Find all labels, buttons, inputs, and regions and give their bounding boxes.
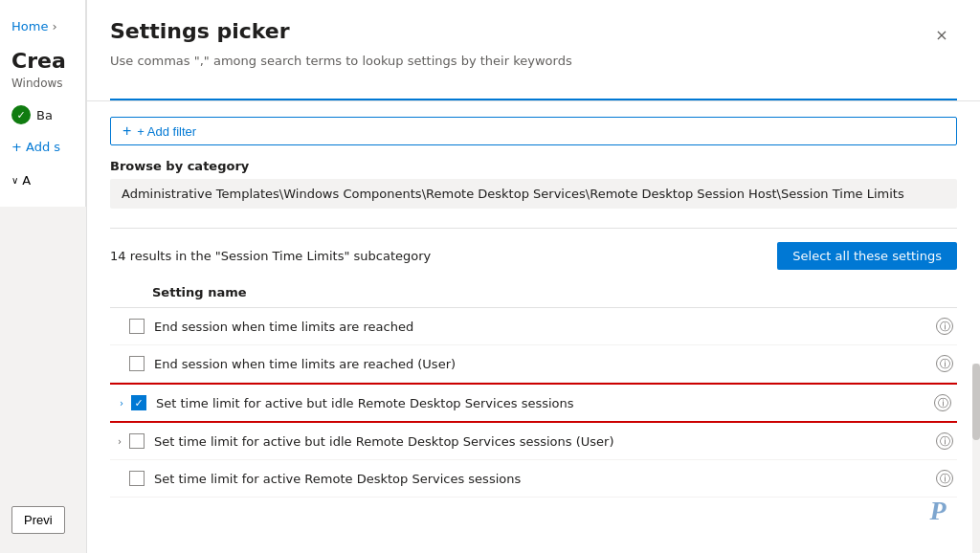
- settings-table: Setting name › End session when time lim…: [110, 281, 957, 538]
- left-section-header: ∨ A: [0, 162, 85, 195]
- modal-header: Settings picker × Use commas "," among s…: [87, 0, 980, 101]
- row-expand-icon[interactable]: ›: [110, 436, 129, 447]
- section-label: A: [22, 173, 31, 188]
- step-label: Ba: [36, 108, 53, 122]
- info-icon[interactable]: ⓘ: [934, 394, 951, 411]
- logo-text: P: [929, 496, 946, 526]
- setting-name: End session when time limits are reached: [154, 320, 936, 334]
- row-checkbox[interactable]: [129, 471, 145, 486]
- setting-name: Set time limit for active but idle Remot…: [156, 396, 934, 410]
- plus-icon: +: [122, 122, 131, 140]
- page-title: Crea: [0, 41, 85, 77]
- watermark-logo: P: [915, 488, 961, 534]
- scrollbar-track[interactable]: [972, 364, 980, 553]
- modal-body: + + Add filter Browse by category Admini…: [87, 101, 980, 553]
- breadcrumb-chevron: ›: [52, 19, 56, 33]
- results-count: 14 results in the "Session Time Limits" …: [110, 249, 431, 263]
- setting-name: Set time limit for active Remote Desktop…: [154, 472, 936, 486]
- info-icon[interactable]: ⓘ: [936, 355, 953, 372]
- row-checkbox[interactable]: [129, 319, 145, 334]
- scrollbar-thumb[interactable]: [972, 364, 980, 440]
- setting-name: Set time limit for active but idle Remot…: [154, 434, 936, 449]
- row-checkbox[interactable]: [129, 433, 145, 449]
- row-expand-icon[interactable]: ›: [112, 398, 131, 409]
- add-settings-link[interactable]: + Add s: [0, 132, 85, 162]
- settings-list: › End session when time limits are reach…: [110, 308, 957, 498]
- table-row: › Set time limit for active Remote Deskt…: [110, 460, 957, 498]
- step-row: ✓ Ba: [0, 90, 85, 132]
- search-bar: [110, 79, 957, 100]
- modal-subtitle: Use commas "," among search terms to loo…: [110, 54, 957, 68]
- modal-title: Settings picker: [110, 19, 290, 43]
- table-column-header: Setting name: [110, 281, 957, 308]
- info-icon[interactable]: ⓘ: [936, 318, 953, 335]
- row-checkbox-checked[interactable]: [131, 395, 146, 410]
- results-header-row: 14 results in the "Session Time Limits" …: [110, 242, 957, 270]
- breadcrumb[interactable]: Home ›: [0, 11, 85, 41]
- row-checkbox[interactable]: [129, 356, 145, 371]
- info-icon[interactable]: ⓘ: [936, 470, 953, 487]
- setting-name: End session when time limits are reached…: [154, 357, 936, 371]
- step-check-icon: ✓: [11, 105, 31, 124]
- section-chevron-icon: ∨: [11, 175, 18, 186]
- add-filter-button[interactable]: + + Add filter: [110, 117, 957, 145]
- select-all-button[interactable]: Select all these settings: [777, 242, 957, 270]
- category-path[interactable]: Administrative Templates\Windows Compone…: [110, 179, 957, 209]
- info-icon[interactable]: ⓘ: [936, 432, 953, 450]
- table-row: › Set time limit for active but idle Rem…: [110, 423, 957, 460]
- browse-category-label: Browse by category: [110, 159, 957, 173]
- page-subtitle: Windows: [0, 77, 85, 90]
- home-link[interactable]: Home: [11, 19, 48, 33]
- add-filter-label: + Add filter: [137, 124, 196, 139]
- settings-picker-modal: Settings picker × Use commas "," among s…: [86, 0, 980, 553]
- table-row: › End session when time limits are reach…: [110, 308, 957, 345]
- table-row: › End session when time limits are reach…: [110, 345, 957, 383]
- table-row-highlighted: › Set time limit for active but idle Rem…: [110, 383, 957, 423]
- search-input[interactable]: [110, 79, 957, 95]
- divider: [110, 228, 957, 229]
- close-button[interactable]: ×: [926, 19, 957, 50]
- previous-button[interactable]: Previ: [11, 506, 65, 534]
- left-panel: Home › Crea Windows ✓ Ba + Add s ∨ A Pre…: [0, 0, 86, 553]
